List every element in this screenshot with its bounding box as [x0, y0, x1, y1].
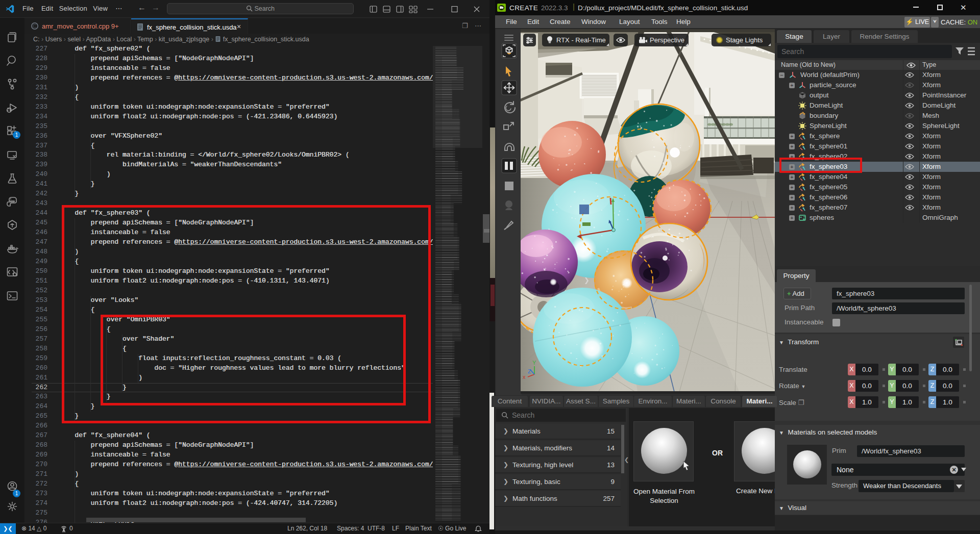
svg-text:Y: Y — [532, 360, 536, 366]
svg-text:Z: Z — [528, 368, 531, 374]
svg-text:❯: ❯ — [584, 276, 590, 285]
svg-text:x: x — [523, 374, 526, 380]
